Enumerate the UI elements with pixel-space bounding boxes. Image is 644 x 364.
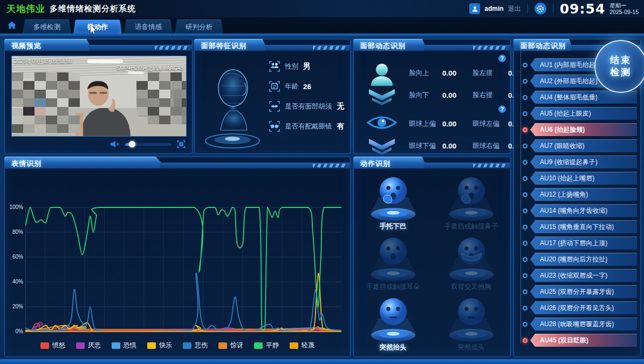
username-label: admin [484, 5, 503, 12]
date-label: 2025-09-15 [609, 9, 639, 15]
facial-dynamics-panel: 面部动态识别 脸向上0.00脸左摆0.15脸向下0.00脸右摆0.00眼球上偏0… [353, 39, 511, 154]
au-list-item[interactable]: AU6 (抬起脸颊) [518, 122, 637, 138]
legend-swatch [40, 342, 49, 349]
au-status-dot [523, 95, 527, 100]
legend-item[interactable]: 厌恶 [76, 341, 101, 350]
settings-gear-icon[interactable] [535, 3, 546, 15]
au-list-item[interactable]: AU25 (双唇分开暴露牙齿) [518, 284, 637, 300]
au-status-dot [523, 257, 527, 262]
home-button[interactable] [5, 19, 18, 31]
metric-value: 0.00 [442, 120, 469, 128]
legend-label: 快乐 [159, 341, 172, 350]
feature-label: 性别 [285, 62, 298, 71]
y-axis-tick: 20% [5, 304, 23, 309]
logout-button[interactable]: 退出 [508, 4, 521, 14]
legend-item[interactable]: 惊讶 [218, 341, 243, 350]
panel-header [4, 157, 351, 170]
action-item[interactable]: 手托下巴 [354, 173, 432, 234]
video-timestamp-overlay: 2025年09月15 09:53:56 [15, 58, 72, 65]
y-axis-tick: 40% [5, 279, 23, 285]
end-detection-button[interactable]: 结束 检测 [594, 40, 644, 93]
feature-label: 是否有面部胡须 [285, 102, 332, 111]
main-nav: 多维检测微动作语音情感研判分析 [0, 17, 644, 33]
action-label: 手遮挡或触摸鼻子 [444, 222, 498, 231]
age-icon [269, 81, 280, 92]
au-list: AU1 (内部眉毛抬起)AU2 (外部眉毛抬起)AU4 (整体眉毛低垂)AU5 … [518, 57, 637, 348]
facial-features-panel: 面部特征识别 性别男年龄26是否有面部胡须无是否有配戴眼镜有 [194, 39, 351, 154]
metric-value: 0.00 [442, 142, 469, 150]
video-player[interactable]: 2025年09月15 09:53:56 5MP+H265+定码率+AAC48 [11, 56, 187, 137]
au-list-item[interactable]: AU26 (双唇分开看见舌头) [518, 300, 637, 316]
chart-legend: 愤怒厌恶恐惧快乐悲伤惊讶平静轻蔑 [5, 341, 350, 350]
au-list-item[interactable]: AU14 (嘴角向牙齿收缩) [518, 203, 637, 219]
legend-item[interactable]: 轻蔑 [290, 341, 314, 350]
au-status-dot [523, 225, 527, 230]
au-list-item[interactable]: AU9 (收缩提起鼻子) [518, 154, 637, 170]
au-label: AU26 (双唇分开看见舌头) [530, 304, 614, 313]
metric-value: 0.00 [442, 91, 469, 99]
legend-item[interactable]: 恐惧 [112, 341, 136, 350]
action-item[interactable]: 突然低头 [432, 294, 510, 355]
app-header: 天地伟业 多维情绪检测分析系统 admin 退出 09:54 星期一 2025-… [0, 0, 644, 17]
nav-tab-4[interactable]: 研判分析 [175, 19, 223, 34]
au-list-item[interactable]: AU20 (嘴唇向后方拉扯) [518, 251, 637, 267]
feature-row: 是否有配戴眼镜有 [269, 121, 344, 132]
au-list-item[interactable]: AU12 (上扬嘴角) [518, 186, 637, 203]
au-list-item[interactable]: AU17 (挤动下唇向上顶) [518, 235, 637, 251]
action-item[interactable]: 手遮挡或触摸鼻子 [432, 173, 510, 234]
au-label: AU25 (双唇分开暴露牙齿) [530, 287, 614, 296]
metric-label: 眼球左偏 [472, 119, 505, 129]
feature-row: 是否有面部胡须无 [269, 101, 344, 112]
legend-label: 恐惧 [124, 341, 136, 350]
feature-label: 是否有配戴眼镜 [285, 122, 332, 131]
feature-row: 性别男 [269, 61, 344, 72]
legend-item[interactable]: 快乐 [147, 341, 172, 350]
eyeball-icon [365, 113, 399, 157]
nav-tab-2[interactable]: 微动作 [73, 19, 122, 34]
au-list-item[interactable]: AU5 (抬起上眼皮) [518, 105, 637, 122]
action-item[interactable]: 突然抬头 [354, 294, 432, 355]
mute-icon[interactable] [110, 140, 120, 148]
legend-item[interactable]: 悲伤 [183, 341, 208, 350]
action-label: 手托下巴 [380, 222, 407, 231]
action-hologram-icon [442, 234, 501, 284]
au-label: AU6 (抬起脸颊) [530, 125, 585, 134]
divider [553, 4, 553, 13]
legend-swatch [112, 342, 120, 349]
metric-value: 0.00 [442, 69, 469, 77]
nav-tab-1[interactable]: 多维检测 [23, 19, 71, 34]
au-label: AU17 (挤动下唇向上顶) [530, 239, 607, 248]
au-status-dot [523, 144, 527, 149]
au-list-item[interactable]: AU45 (双目眨眼) [518, 332, 637, 348]
action-label: 突然抬头 [380, 343, 407, 352]
au-status-dot [523, 289, 527, 294]
help-icon[interactable]: ? [498, 105, 506, 113]
help-icon[interactable]: ? [498, 55, 506, 62]
action-item[interactable]: 手遮挡或触摸耳朵 [354, 234, 432, 294]
metric-label: 眼球上偏 [409, 119, 439, 129]
legend-item[interactable]: 平静 [254, 341, 279, 350]
au-label: AU4 (整体眉毛低垂) [530, 93, 598, 102]
action-recognition-panel: 动作识别 手托下巴手遮挡或触摸鼻子手遮挡或触摸耳朵双臂交叉抱胸突然抬头突然低头 [353, 157, 511, 357]
au-label: AU12 (上扬嘴角) [530, 190, 588, 199]
au-label: AU10 (抬起上嘴唇) [530, 174, 594, 183]
au-status-dot [523, 63, 527, 68]
nav-tab-3[interactable]: 语音情感 [124, 19, 173, 34]
volume-slider[interactable] [125, 143, 172, 146]
legend-label: 轻蔑 [302, 341, 314, 350]
fullscreen-icon[interactable] [177, 140, 186, 149]
au-list-item[interactable]: AU23 (收缩双唇成一字) [518, 267, 637, 284]
au-list-item[interactable]: AU15 (嘴角垂直向下拉动) [518, 219, 637, 235]
au-list-item[interactable]: AU28 (吮吸嘴唇覆盖牙齿) [518, 316, 637, 332]
au-list-item[interactable]: AU10 (抬起上嘴唇) [518, 170, 637, 186]
action-item[interactable]: 双臂交叉抱胸 [432, 234, 510, 294]
expression-line-chart: 0%20%40%60%80%100% [5, 171, 350, 356]
au-label: AU14 (嘴角向牙齿收缩) [530, 206, 607, 215]
action-hologram-icon [364, 234, 423, 284]
feature-rows: 性别男年龄26是否有面部胡须无是否有配戴眼镜有 [269, 61, 344, 132]
au-status-dot [523, 192, 527, 197]
au-list-item[interactable]: AU7 (眼睛收缩) [518, 138, 637, 154]
legend-item[interactable]: 愤怒 [40, 341, 65, 350]
footer-bar [0, 359, 644, 364]
metric-label: 脸向下 [409, 91, 439, 100]
